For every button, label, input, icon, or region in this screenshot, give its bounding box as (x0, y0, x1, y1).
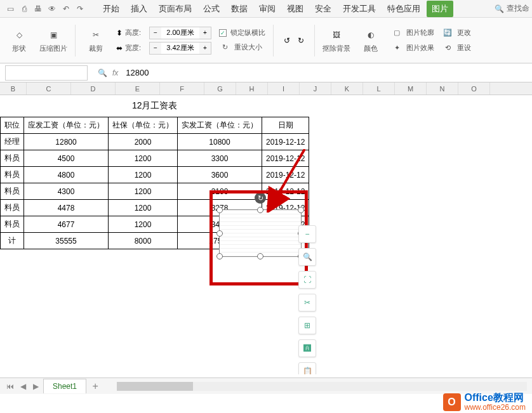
sheet-area[interactable]: B C D E F G H I J K L M N O 12月工资表 职位 应发… (0, 82, 532, 374)
col-J[interactable]: J (300, 82, 331, 95)
color-button[interactable]: ◐ 颜色 (358, 27, 383, 53)
table-cell[interactable]: 料员 (1, 183, 24, 200)
table-cell[interactable]: 8000 (109, 233, 178, 249)
col-E[interactable]: E (116, 82, 160, 95)
width-spinner[interactable]: − + (149, 42, 211, 55)
table-cell[interactable]: 料员 (1, 200, 24, 216)
float-fit[interactable]: ⛶ (298, 271, 316, 289)
tab-review[interactable]: 审阅 (254, 1, 281, 17)
table-cell[interactable]: 4300 (24, 183, 109, 200)
sheet-nav-next[interactable]: ▶ (30, 381, 41, 391)
tab-start[interactable]: 开始 (98, 1, 124, 17)
table-cell[interactable]: 1200 (109, 200, 178, 216)
preview-icon[interactable]: 👁 (47, 4, 57, 14)
resize-handle-bm[interactable] (257, 253, 263, 259)
height-spinner[interactable]: − + (149, 27, 211, 39)
table-cell[interactable]: 2019-12-12 (262, 134, 309, 150)
inserted-image[interactable]: ↻ (219, 209, 302, 257)
float-grid[interactable]: ⊞ (298, 317, 316, 334)
resize-handle-bl[interactable] (216, 253, 223, 259)
table-cell[interactable]: 1200 (109, 167, 178, 183)
float-crop[interactable]: ✂ (298, 294, 316, 311)
tab-layout[interactable]: 页面布局 (154, 1, 197, 17)
tab-formula[interactable]: 公式 (198, 1, 225, 17)
float-ocr[interactable]: 🅰 (298, 339, 316, 357)
outline-button[interactable]: ▢ 图片轮廓 (391, 27, 434, 39)
table-cell[interactable]: 35555 (24, 233, 109, 249)
width-input[interactable] (161, 44, 199, 52)
table-cell[interactable]: 10800 (178, 134, 262, 150)
fx-icon[interactable]: fx (112, 69, 118, 77)
sheet-nav-prev[interactable]: ◀ (18, 381, 28, 391)
table-cell[interactable]: 3100 (178, 183, 262, 200)
table-cell[interactable]: 4500 (24, 150, 109, 167)
table-cell[interactable]: 经理 (1, 134, 24, 150)
col-N[interactable]: N (427, 82, 458, 95)
lock-ratio-checkbox[interactable]: ✓ (219, 29, 227, 37)
horizontal-scrollbar[interactable]: ◀ (117, 382, 527, 391)
tab-devtools[interactable]: 开发工具 (338, 1, 381, 17)
tab-insert[interactable]: 插入 (126, 1, 152, 17)
table-cell[interactable]: 4677 (24, 216, 109, 233)
scrollbar-thumb[interactable] (117, 382, 193, 391)
table-row[interactable]: 料员4800120036002019-12-12 (1, 167, 309, 183)
table-cell[interactable]: 料员 (1, 216, 24, 233)
table-cell[interactable]: 12800 (24, 134, 109, 150)
table-cell[interactable]: 料员 (1, 167, 24, 183)
table-cell[interactable]: 2000 (109, 134, 178, 150)
rotate-right-icon[interactable]: ↻ (295, 35, 307, 46)
resize-handle-tm[interactable] (257, 207, 263, 213)
zoom-icon[interactable]: 🔍 (98, 69, 107, 77)
reset-button[interactable]: ⟲ 重设 (442, 43, 471, 54)
col-C[interactable]: C (27, 82, 71, 95)
table-cell[interactable]: 计 (1, 233, 24, 249)
height-decrease[interactable]: − (150, 27, 161, 39)
rotate-handle[interactable]: ↻ (255, 192, 266, 204)
col-F[interactable]: F (160, 82, 204, 95)
name-box[interactable] (5, 65, 88, 81)
col-G[interactable]: G (204, 82, 236, 95)
tab-security[interactable]: 安全 (310, 1, 336, 17)
height-increase[interactable]: + (199, 27, 211, 39)
sheet-tab-1[interactable]: Sheet1 (43, 379, 86, 393)
tab-special[interactable]: 特色应用 (382, 1, 425, 17)
col-O[interactable]: O (458, 82, 490, 95)
table-row[interactable]: 经理128002000108002019-12-12 (1, 134, 309, 150)
table-cell[interactable]: 2019-12-12 (262, 167, 309, 183)
change-button[interactable]: 🔄 更改 (442, 27, 471, 39)
col-L[interactable]: L (363, 82, 395, 95)
width-increase[interactable]: + (199, 43, 211, 54)
table-cell[interactable]: 1200 (109, 183, 178, 200)
formula-input[interactable] (123, 65, 527, 80)
resize-handle-ml[interactable] (216, 230, 223, 237)
effects-button[interactable]: ✦ 图片效果 (391, 43, 434, 54)
open-icon[interactable]: ⎙ (19, 4, 29, 14)
tab-picture[interactable]: 图片 (427, 1, 453, 17)
col-K[interactable]: K (331, 82, 363, 95)
compress-button[interactable]: ▣ 压缩图片 (39, 27, 67, 53)
shape-button[interactable]: ◇ 形状 (6, 27, 32, 53)
float-zoom-in[interactable]: 🔍 (298, 248, 316, 266)
col-I[interactable]: I (268, 82, 300, 95)
table-cell[interactable]: 4800 (24, 167, 109, 183)
col-M[interactable]: M (395, 82, 427, 95)
redo-icon[interactable]: ↷ (75, 4, 85, 14)
table-cell[interactable]: 3600 (178, 167, 262, 183)
tab-view[interactable]: 视图 (282, 1, 309, 17)
col-D[interactable]: D (71, 82, 116, 95)
resize-handle-tr[interactable] (298, 207, 304, 213)
float-zoom-out[interactable]: − (298, 225, 316, 243)
add-sheet-button[interactable]: + (89, 380, 102, 393)
table-cell[interactable]: 2019-12-12 (262, 150, 309, 167)
reset-size-button[interactable]: ↻ 重设大小 (219, 41, 265, 53)
col-B[interactable]: B (0, 82, 27, 95)
table-cell[interactable]: 1200 (109, 216, 178, 233)
float-copy[interactable]: 📋 (298, 362, 316, 374)
tab-data[interactable]: 数据 (226, 1, 253, 17)
table-row[interactable]: 料员4500120033002019-12-12 (1, 150, 309, 167)
table-cell[interactable]: 2019-12-12 (262, 183, 309, 200)
search-area[interactable]: 🔍 查找命 (495, 3, 529, 14)
table-cell[interactable]: 1200 (109, 150, 178, 167)
height-input[interactable] (161, 29, 199, 37)
new-icon[interactable]: ▭ (5, 4, 15, 14)
